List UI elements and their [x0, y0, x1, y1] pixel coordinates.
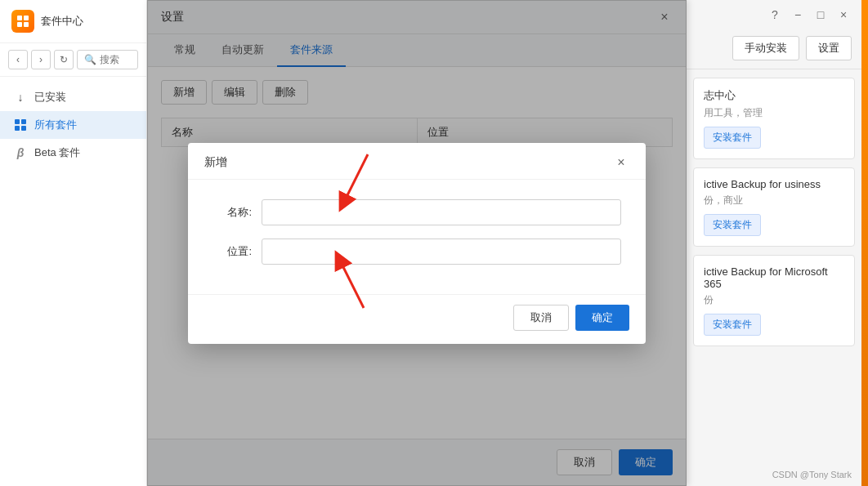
search-input[interactable]	[100, 54, 131, 65]
beta-icon: β	[13, 145, 28, 160]
package-desc-1: 份，商业	[704, 194, 844, 207]
form-row-name: 名称:	[213, 199, 621, 225]
svg-rect-5	[21, 119, 26, 124]
dialog-cancel-button[interactable]: 取消	[513, 305, 569, 331]
sidebar-item-beta-label: Beta 套件	[34, 145, 80, 160]
sidebar-header: 套件中心	[0, 0, 146, 43]
package-name-0: 志中心	[704, 88, 844, 103]
form-row-location: 位置:	[213, 239, 621, 265]
package-card-0: 志中心 用工具，管理 安装套件	[693, 78, 855, 159]
install-button-2[interactable]: 安装套件	[704, 314, 761, 336]
sidebar-menu: ↓ 已安装 所有套件 β Beta 套件	[0, 77, 146, 486]
modal-title: 新增	[204, 155, 227, 170]
svg-rect-0	[17, 16, 22, 20]
right-panel: ? − □ × 手动安装 设置 志中心 用工具，管理 安装套件 ictive B…	[687, 0, 861, 486]
sidebar-item-installed[interactable]: ↓ 已安装	[0, 83, 146, 111]
minimize-button[interactable]: −	[790, 7, 806, 23]
package-name-2: ictive Backup for Microsoft 365	[704, 265, 844, 290]
close-button[interactable]: ×	[835, 7, 852, 23]
dialog-confirm-button[interactable]: 确定	[575, 305, 629, 331]
app-logo	[11, 10, 34, 33]
modal-body: 名称: 位置:	[188, 180, 646, 294]
modal-close-button[interactable]: ×	[613, 154, 629, 171]
grid-icon	[13, 118, 28, 132]
install-button-0[interactable]: 安装套件	[704, 127, 761, 149]
svg-rect-3	[24, 22, 29, 27]
svg-rect-1	[24, 16, 29, 20]
package-list: 志中心 用工具，管理 安装套件 ictive Backup for usines…	[687, 69, 861, 363]
package-card-2: ictive Backup for Microsoft 365 份 安装套件	[693, 255, 855, 346]
svg-rect-4	[15, 119, 20, 124]
modal-backdrop: 新增 × 名称:	[147, 0, 687, 486]
forward-button[interactable]: ›	[31, 50, 51, 69]
sidebar-item-all[interactable]: 所有套件	[0, 111, 146, 139]
package-desc-0: 用工具，管理	[704, 106, 844, 120]
orange-accent-bar	[861, 0, 868, 486]
search-box[interactable]: 🔍	[77, 50, 138, 69]
modal-header: 新增 ×	[188, 143, 646, 180]
package-card-1: ictive Backup for usiness 份，商业 安装套件	[693, 167, 855, 247]
window-controls: ? − □ ×	[687, 0, 861, 29]
form-label-name: 名称:	[213, 205, 262, 220]
svg-rect-2	[17, 22, 22, 27]
back-button[interactable]: ‹	[8, 50, 28, 69]
package-desc-2: 份	[704, 293, 844, 307]
name-input[interactable]	[262, 199, 621, 225]
action-buttons: 手动安装 设置	[687, 29, 861, 69]
download-icon: ↓	[13, 90, 28, 105]
modal-footer: 取消 确定	[188, 294, 646, 344]
add-dialog: 新增 × 名称:	[188, 143, 646, 344]
search-icon: 🔍	[84, 54, 96, 65]
refresh-button[interactable]: ↻	[54, 50, 74, 69]
svg-rect-7	[21, 126, 26, 131]
package-name-1: ictive Backup for usiness	[704, 178, 844, 190]
sidebar: 套件中心 ‹ › ↻ 🔍 ↓ 已安装	[0, 0, 147, 486]
app-title: 套件中心	[41, 14, 83, 29]
help-button[interactable]: ?	[767, 7, 783, 23]
sidebar-item-installed-label: 已安装	[34, 90, 66, 105]
sidebar-item-all-label: 所有套件	[34, 118, 77, 132]
svg-rect-6	[15, 126, 20, 131]
install-button-1[interactable]: 安装套件	[704, 214, 761, 236]
location-input[interactable]	[262, 239, 621, 265]
settings-button[interactable]: 设置	[806, 36, 852, 60]
nav-buttons-bar: ‹ › ↻ 🔍	[0, 43, 146, 77]
maximize-button[interactable]: □	[812, 7, 829, 23]
form-label-location: 位置:	[213, 244, 262, 259]
sidebar-item-beta[interactable]: β Beta 套件	[0, 139, 146, 167]
manual-install-button[interactable]: 手动安装	[732, 36, 799, 60]
